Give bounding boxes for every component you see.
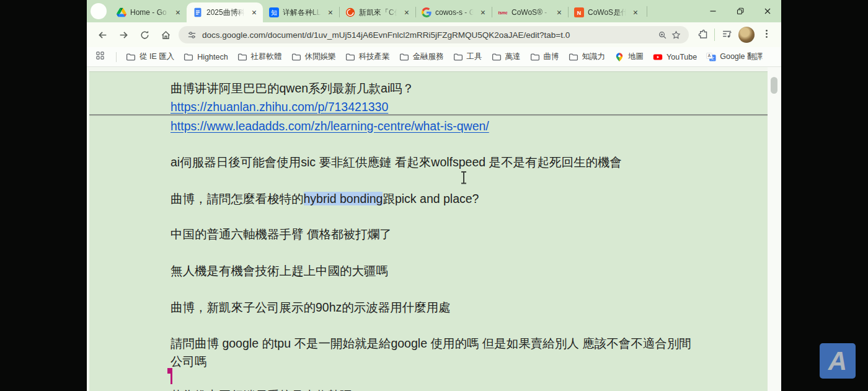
site-settings-icon[interactable]: [185, 28, 198, 42]
folder-icon: [399, 52, 409, 62]
folder-icon: [530, 52, 540, 62]
close-icon: [764, 7, 771, 15]
document-page[interactable]: 曲博讲讲阿里巴巴的qwen系列最新几款ai吗？https://zhuanlan.…: [89, 71, 768, 391]
bookmark-label: 工具: [467, 52, 482, 62]
bookmark-label: 知識力: [582, 52, 606, 62]
tab-strip: Home - Go ✕ 2025曲博科 ✕ 知 详解各种LL ✕ 新凱來「C位 …: [87, 0, 781, 22]
bookmark-label: 社群軟體: [251, 52, 282, 62]
svg-text:N: N: [577, 10, 582, 16]
avatar: [738, 27, 755, 43]
bookmark-item[interactable]: 金融服務: [399, 52, 444, 62]
zoom-in-icon[interactable]: [655, 28, 669, 42]
bn-icon: N: [574, 7, 584, 17]
toolbar-separator: [714, 29, 715, 41]
bookmark-item[interactable]: A文 Google 翻譯: [706, 52, 763, 62]
doc-paragraph: 中国的普通六軸機器手臂 價格都被打爛了: [170, 225, 694, 243]
tab-close-icon[interactable]: ✕: [402, 7, 412, 17]
bookmark-label: 曲博: [544, 52, 559, 62]
bookmark-item[interactable]: 休閒娛樂: [291, 52, 336, 62]
bookmark-item[interactable]: 從 IE 匯入: [126, 52, 174, 62]
tab-search-button[interactable]: [91, 3, 107, 19]
doc-paragraph: 曲博，新凱來子公司展示的90hz的示波器用什麼用處: [170, 299, 694, 317]
browser-tab[interactable]: tsmc CoWoS® - ✕: [492, 2, 568, 22]
doc-paragraph: 曲博讲讲阿里巴巴的qwen系列最新几款ai吗？: [170, 79, 694, 97]
bookmark-label: 地圖: [628, 52, 644, 62]
tab-close-icon[interactable]: ✕: [478, 7, 488, 17]
doc-paragraph: 曲博，請問怎麼看梭特的hybrid bonding跟pick and place…: [170, 190, 694, 208]
bookmark-item[interactable]: 曲博: [530, 52, 559, 62]
apps-grid-icon: [95, 51, 105, 63]
reload-button[interactable]: [134, 24, 155, 45]
browser-menu-button[interactable]: [756, 25, 776, 45]
profile-button[interactable]: [737, 25, 756, 45]
bookmark-label: 休閒娛樂: [305, 52, 336, 62]
minimize-icon: [709, 7, 717, 15]
more-menu-icon: [761, 29, 772, 42]
browser-window: Home - Go ✕ 2025曲博科 ✕ 知 详解各种LL ✕ 新凱來「C位 …: [87, 0, 781, 391]
address-bar[interactable]: docs.google.com/document/d/1uv_mUj514jA6…: [179, 26, 689, 43]
browser-tab[interactable]: cowos-s - G ✕: [415, 2, 492, 22]
bookmark-item[interactable]: 科技產業: [345, 52, 390, 62]
scrollbar-track[interactable]: [768, 67, 781, 391]
bookmark-item[interactable]: 知識力: [569, 52, 606, 62]
tab-close-icon[interactable]: ✕: [631, 7, 640, 17]
tab-close-icon[interactable]: ✕: [326, 7, 335, 17]
apps-grid-button[interactable]: [93, 50, 107, 64]
new-tab-button[interactable]: [650, 3, 666, 19]
bookmark-item[interactable]: 地圖: [614, 52, 644, 62]
tab-title: CoWoS是什: [588, 7, 627, 18]
tab-close-icon[interactable]: ✕: [554, 7, 564, 17]
folder-icon: [184, 52, 193, 62]
browser-tab[interactable]: 新凱來「C位 ✕: [339, 2, 415, 22]
zhihu-icon: 知: [269, 7, 279, 17]
bookmark-item[interactable]: 工具: [453, 52, 482, 62]
media-controls-button[interactable]: [717, 25, 737, 45]
browser-tab[interactable]: 知 详解各种LL ✕: [263, 2, 339, 22]
folder-icon: [291, 52, 301, 62]
tab-title: CoWoS® -: [512, 8, 551, 17]
bookmarks-bar: 從 IE 匯入 Hightech 社群軟體 休閒娛樂 科技產業 金融服務 工具 …: [87, 47, 781, 67]
restore-button[interactable]: [727, 0, 754, 22]
translate-icon: A文: [706, 52, 716, 62]
bookmark-label: 科技產業: [359, 52, 390, 62]
tab-close-icon[interactable]: ✕: [173, 7, 183, 17]
watermark-logo: A: [820, 343, 856, 379]
browser-tab[interactable]: 2025曲博科 ✕: [187, 2, 263, 22]
folder-icon: [453, 52, 463, 62]
star-icon[interactable]: [669, 28, 683, 42]
bookmark-item[interactable]: Hightech: [184, 52, 228, 62]
restore-icon: [737, 7, 744, 15]
letterbox-left: [0, 0, 87, 391]
close-button[interactable]: [754, 0, 781, 22]
doc-paragraph: 無人機是有機會技術上趕上中國的大疆嗎: [170, 262, 694, 280]
bookmarks-separator: [116, 52, 117, 62]
extensions-icon: [698, 29, 708, 42]
google-icon: [422, 7, 432, 17]
minimize-button[interactable]: [699, 0, 727, 22]
doc-paragraph: 請問曲博 google 的tpu 不是一開始就是給google 使用的嗎 但是如…: [170, 335, 694, 371]
home-button[interactable]: [155, 24, 176, 45]
scrollbar-thumb[interactable]: [771, 77, 777, 94]
url-text[interactable]: docs.google.com/document/d/1uv_mUj514jA6…: [202, 30, 655, 40]
doc-link[interactable]: https://zhuanlan.zhihu.com/p/713421330: [170, 98, 694, 116]
browser-tab[interactable]: Home - Go ✕: [110, 2, 187, 22]
media-controls-icon: [722, 29, 732, 42]
bookmark-item[interactable]: YouTube: [653, 52, 697, 62]
letterbox-right: [781, 0, 868, 391]
doc-link[interactable]: https://www.leadadds.com/zh/learning-cen…: [170, 117, 694, 135]
browser-tab[interactable]: N CoWoS是什 ✕: [568, 2, 644, 22]
forward-icon: [118, 30, 129, 40]
back-button[interactable]: [92, 24, 113, 45]
svg-text:知: 知: [271, 9, 277, 16]
extensions-button[interactable]: [693, 25, 712, 45]
tab-close-icon[interactable]: ✕: [249, 7, 259, 17]
tab-title: 新凱來「C位: [359, 7, 398, 18]
tsmc-icon: tsmc: [498, 7, 508, 17]
bookmark-item[interactable]: 社群軟體: [237, 52, 282, 62]
selected-text: hybrid bonding: [304, 192, 383, 205]
forward-button[interactable]: [113, 24, 134, 45]
tab-separator: [647, 6, 647, 17]
bookmark-label: 萬達: [505, 52, 521, 62]
bookmark-label: 金融服務: [413, 52, 444, 62]
bookmark-item[interactable]: 萬達: [492, 52, 521, 62]
